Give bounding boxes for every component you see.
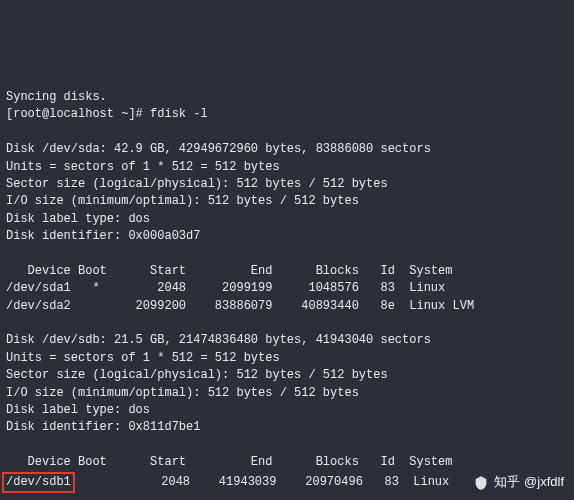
sdb-label-type: Disk label type: dos bbox=[6, 403, 150, 417]
zhihu-icon bbox=[473, 475, 489, 491]
sda-row-2: /dev/sda2 2099200 83886079 40893440 8e L… bbox=[6, 299, 474, 313]
shell-prompt: [root@localhost ~]# fdisk -l bbox=[6, 107, 208, 121]
sdb-table-header: Device Boot Start End Blocks Id System bbox=[6, 455, 452, 469]
sdb-sector-size: Sector size (logical/physical): 512 byte… bbox=[6, 368, 388, 382]
watermark-text: 知乎 @jxfdlf bbox=[494, 473, 564, 492]
watermark: 知乎 @jxfdlf bbox=[473, 473, 564, 492]
sdb-io-size: I/O size (minimum/optimal): 512 bytes / … bbox=[6, 386, 359, 400]
sdb-units: Units = sectors of 1 * 512 = 512 bytes bbox=[6, 351, 280, 365]
sda-io-size: I/O size (minimum/optimal): 512 bytes / … bbox=[6, 194, 359, 208]
sda-identifier: Disk identifier: 0x000a03d7 bbox=[6, 229, 200, 243]
sda-table-header: Device Boot Start End Blocks Id System bbox=[6, 264, 452, 278]
sda-sector-size: Sector size (logical/physical): 512 byte… bbox=[6, 177, 388, 191]
sdb-identifier: Disk identifier: 0x811d7be1 bbox=[6, 420, 200, 434]
sda-disk-header: Disk /dev/sda: 42.9 GB, 42949672960 byte… bbox=[6, 142, 431, 156]
sda-label-type: Disk label type: dos bbox=[6, 212, 150, 226]
sda-units: Units = sectors of 1 * 512 = 512 bytes bbox=[6, 160, 280, 174]
sda-row-1: /dev/sda1 * 2048 2099199 1048576 83 Linu… bbox=[6, 281, 445, 295]
sdb-disk-header: Disk /dev/sdb: 21.5 GB, 21474836480 byte… bbox=[6, 333, 431, 347]
sdb-row-1-device-highlight: /dev/sdb1 bbox=[2, 472, 75, 493]
sdb-row-1-rest: 2048 41943039 20970496 83 Linux bbox=[75, 475, 449, 489]
terminal-output: Syncing disks. [root@localhost ~]# fdisk… bbox=[0, 70, 574, 500]
line-syncing: Syncing disks. bbox=[6, 90, 107, 104]
